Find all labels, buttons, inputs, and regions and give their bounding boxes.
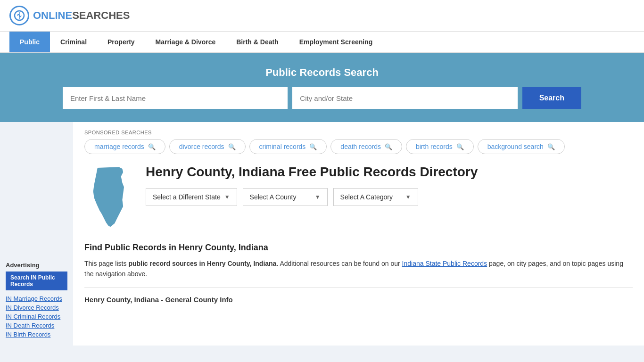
logo-icon: [9, 6, 29, 25]
nav-public[interactable]: Public: [9, 32, 50, 52]
sidebar-link-criminal[interactable]: IN Criminal Records: [6, 313, 67, 320]
search-tags: marriage records 🔍 divorce records 🔍 cri…: [84, 139, 633, 154]
county-dropdown[interactable]: Select A County ▼: [243, 188, 328, 206]
sidebar-cta-button[interactable]: Search IN Public Records: [6, 272, 67, 290]
nav-birth-death[interactable]: Birth & Death: [226, 32, 289, 52]
sponsored-label: SPONSORED SEARCHES: [84, 130, 633, 135]
search-form: Search: [63, 87, 581, 109]
logo-text: ONLINESEARCHES: [33, 9, 130, 22]
search-button[interactable]: Search: [522, 87, 581, 109]
category-dropdown[interactable]: Select A Category ▼: [333, 188, 418, 206]
sidebar-links: IN Marriage Records IN Divorce Records I…: [6, 295, 67, 338]
search-icon: 🔍: [547, 143, 555, 150]
page-title-area: Henry County, Indiana Free Public Record…: [84, 164, 633, 233]
title-text: Henry County, Indiana Free Public Record…: [146, 164, 478, 233]
nav-criminal[interactable]: Criminal: [50, 32, 97, 52]
tag-criminal[interactable]: criminal records 🔍: [249, 139, 327, 154]
page-title: Henry County, Indiana Free Public Record…: [146, 164, 478, 181]
tag-birth[interactable]: birth records 🔍: [406, 139, 474, 154]
main-content: SPONSORED SEARCHES marriage records 🔍 di…: [73, 122, 644, 346]
indiana-records-link[interactable]: Indiana State Public Records: [402, 260, 487, 267]
chevron-down-icon: ▼: [224, 194, 230, 200]
state-dropdown[interactable]: Select a Different State ▼: [146, 188, 237, 206]
nav-marriage-divorce[interactable]: Marriage & Divorce: [145, 32, 226, 52]
nav-employment[interactable]: Employment Screening: [289, 32, 383, 52]
search-banner: Public Records Search Search: [0, 53, 644, 122]
section-divider: [84, 287, 633, 288]
sidebar-link-marriage[interactable]: IN Marriage Records: [6, 295, 67, 302]
sidebar-link-death[interactable]: IN Death Records: [6, 322, 67, 329]
name-input[interactable]: [63, 87, 288, 109]
chevron-down-icon: ▼: [315, 194, 321, 200]
search-icon: 🔍: [228, 143, 236, 150]
search-icon: 🔍: [385, 143, 392, 150]
chevron-down-icon: ▼: [405, 194, 411, 200]
banner-title: Public Records Search: [19, 66, 625, 79]
sidebar-link-birth[interactable]: IN Birth Records: [6, 331, 67, 338]
search-icon: 🔍: [456, 143, 464, 150]
dropdowns: Select a Different State ▼ Select A Coun…: [146, 188, 478, 206]
find-body: This page lists public record sources in…: [84, 258, 633, 280]
sidebar-link-divorce[interactable]: IN Divorce Records: [6, 304, 67, 311]
find-title: Find Public Records in Henry County, Ind…: [84, 243, 633, 253]
tag-marriage[interactable]: marriage records 🔍: [84, 139, 165, 154]
tag-death[interactable]: death records 🔍: [330, 139, 402, 154]
tag-divorce[interactable]: divorce records 🔍: [169, 139, 246, 154]
header: ONLINESEARCHES: [0, 0, 644, 32]
location-input[interactable]: [292, 87, 517, 109]
main-wrapper: Advertising Search IN Public Records IN …: [0, 122, 644, 346]
nav-property[interactable]: Property: [97, 32, 145, 52]
search-icon: 🔍: [309, 143, 317, 150]
general-info-title: Henry County, Indiana - General County I…: [84, 296, 633, 304]
search-icon: 🔍: [148, 143, 156, 150]
sidebar: Advertising Search IN Public Records IN …: [0, 122, 73, 346]
sidebar-ad-label: Advertising: [6, 262, 67, 269]
indiana-map: [84, 164, 136, 233]
main-nav: Public Criminal Property Marriage & Divo…: [0, 32, 644, 53]
tag-background[interactable]: background search 🔍: [478, 139, 565, 154]
